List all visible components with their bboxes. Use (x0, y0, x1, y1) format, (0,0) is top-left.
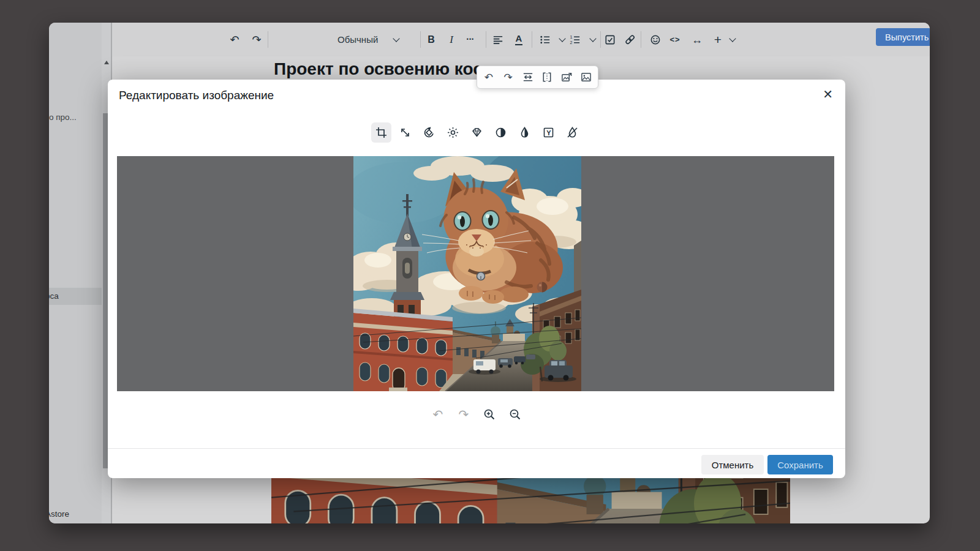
undo-button[interactable]: ↶ (227, 31, 243, 48)
editor-toolbar: ↶ ↷ Обычный B I ••• A (112, 23, 930, 56)
zoom-out-button[interactable] (507, 407, 523, 422)
bullet-list-button[interactable] (537, 31, 553, 48)
edit-undo-button[interactable]: ↶ (430, 407, 446, 422)
sidebar-item-selected[interactable]: оса (49, 288, 103, 305)
canvas-controls: ↶ ↷ (108, 404, 845, 425)
zoom-in-button[interactable] (481, 407, 497, 422)
redo-icon: ↷ (459, 407, 469, 422)
zoom-out-icon (508, 408, 522, 421)
redo-icon: ↷ (504, 71, 513, 84)
emoji-button[interactable] (647, 31, 663, 48)
checklist-button[interactable] (602, 31, 618, 48)
chevron-down-icon (589, 35, 596, 42)
numbered-list-button[interactable]: 1 2 (567, 31, 583, 48)
numbered-list-options-button[interactable] (585, 31, 601, 48)
toolbar-separator (268, 31, 268, 48)
contrast-icon (494, 126, 507, 139)
paragraph-style-dropdown[interactable]: Обычный (337, 31, 399, 48)
redo-icon: ↷ (252, 34, 261, 45)
horizontal-rule-button[interactable]: ↔ (689, 31, 705, 48)
resize-diagonal-icon (399, 126, 412, 139)
image-settings-button[interactable] (578, 69, 594, 85)
link-icon (624, 33, 636, 46)
resize-tool-button[interactable] (395, 122, 415, 143)
enhance-tool-button[interactable] (467, 122, 487, 143)
bold-button[interactable]: B (423, 31, 439, 48)
link-button[interactable] (622, 31, 638, 48)
close-button[interactable]: ✕ (823, 87, 833, 102)
edit-tools-toolbar: Y (108, 122, 845, 143)
droplet-icon (518, 126, 531, 139)
code-button[interactable]: <> (667, 31, 683, 48)
dialog-title: Редактировать изображение (119, 89, 274, 102)
insert-block-options-button[interactable] (725, 31, 741, 48)
bullet-list-icon (539, 34, 551, 46)
emoji-icon (649, 34, 662, 46)
levels-tool-button[interactable]: Y (538, 122, 559, 143)
chevron-down-icon (393, 35, 400, 42)
image-redo-button[interactable]: ↷ (500, 69, 516, 85)
scroll-up-arrow-icon[interactable] (104, 61, 109, 64)
rotate-tool-button[interactable] (419, 122, 439, 143)
image-block-toolbar: ↶ ↷ (477, 66, 598, 89)
edit-canvas[interactable] (117, 156, 834, 391)
footer-divider (108, 448, 845, 449)
svg-text:Y: Y (546, 129, 551, 137)
toolbar-separator (420, 31, 421, 48)
text-color-icon: A (515, 34, 523, 45)
chevron-down-icon (729, 35, 736, 42)
levels-icon: Y (542, 126, 555, 139)
document-embedded-image[interactable] (271, 474, 790, 523)
stretch-width-icon (522, 71, 534, 83)
checkbox-icon (604, 34, 616, 46)
contrast-tool-button[interactable] (491, 122, 511, 143)
desktop: то про... оса Astore ↶ ↷ Обычный B I ••• (0, 0, 980, 551)
redo-button[interactable]: ↷ (249, 31, 265, 48)
insert-block-button[interactable]: + (710, 31, 726, 48)
text-color-button[interactable]: A (511, 31, 527, 48)
toolbar-separator (486, 31, 486, 48)
chevron-down-icon (559, 35, 565, 42)
toolbar-separator (600, 31, 601, 48)
align-left-icon (492, 34, 504, 46)
image-undo-button[interactable]: ↶ (481, 69, 497, 85)
document-heading[interactable]: Проект по освоению кос (274, 59, 483, 79)
image-columns-button[interactable] (539, 69, 555, 85)
sidebar-item-selected-label: оса (49, 291, 59, 301)
cat-over-city-image (353, 156, 581, 391)
gem-icon (470, 126, 483, 139)
edited-image[interactable] (353, 156, 581, 391)
image-dim-overlay (271, 474, 790, 523)
italic-button[interactable]: I (443, 31, 459, 48)
zoom-in-icon (483, 408, 496, 421)
undo-icon: ↶ (230, 34, 239, 45)
toolbar-separator (641, 31, 641, 48)
image-replace-button[interactable] (559, 69, 575, 85)
undo-icon: ↶ (433, 407, 443, 422)
edit-redo-button[interactable]: ↷ (456, 407, 472, 422)
cancel-button[interactable]: Отменить (701, 455, 764, 474)
brightness-tool-button[interactable] (443, 122, 463, 143)
undo-icon: ↶ (484, 71, 493, 84)
sidebar: то про... оса Astore (49, 23, 111, 523)
saturation-tool-button[interactable] (514, 122, 535, 143)
crop-icon (375, 126, 388, 139)
more-formatting-button[interactable]: ••• (462, 31, 478, 48)
crop-tool-button[interactable] (371, 122, 391, 143)
brightness-icon (447, 126, 459, 139)
svg-text:2: 2 (570, 40, 572, 45)
paragraph-style-label: Обычный (337, 34, 378, 45)
droplet-slash-icon (566, 126, 579, 139)
remove-color-tool-button[interactable] (562, 122, 582, 143)
save-button[interactable]: Сохранить (767, 455, 833, 474)
svg-text:1: 1 (570, 34, 572, 39)
image-width-button[interactable] (520, 69, 536, 85)
toolbar-separator (532, 31, 532, 48)
numbered-list-icon: 1 2 (569, 34, 581, 46)
rotate-icon (423, 126, 435, 139)
align-button[interactable] (490, 31, 506, 48)
image-icon (580, 71, 592, 83)
publish-button[interactable]: Выпустить (876, 28, 930, 46)
image-edit-dialog: Редактировать изображение ✕ (108, 80, 845, 478)
columns-icon (541, 71, 553, 83)
